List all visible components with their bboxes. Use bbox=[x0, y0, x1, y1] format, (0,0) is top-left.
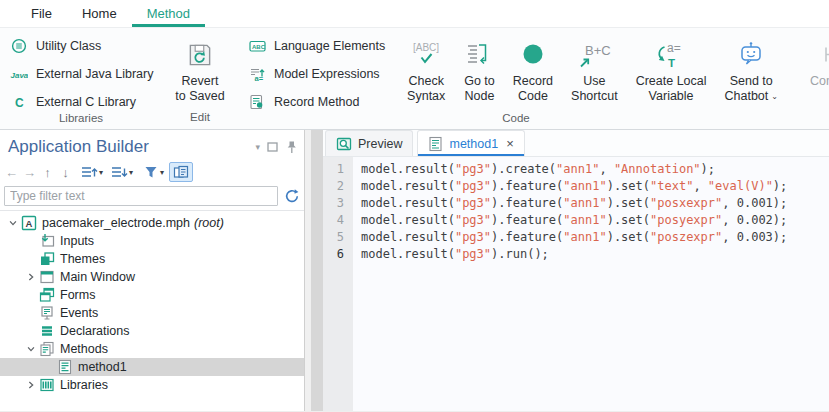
revert-to-saved-icon bbox=[185, 36, 215, 74]
tab-method[interactable]: Method bbox=[132, 0, 205, 27]
panel-splitter[interactable] bbox=[304, 130, 323, 411]
check-syntax-button[interactable]: [ABC] Check Syntax bbox=[399, 36, 453, 104]
tree-item-method1[interactable]: method1 bbox=[0, 358, 304, 376]
chevron-down-icon[interactable]: ▾ bbox=[129, 168, 133, 177]
send-to-chatbot-label-line2: Chatbot bbox=[725, 89, 769, 104]
send-to-chatbot-button[interactable]: Send to Chatbot ⌄ bbox=[718, 36, 785, 104]
tree-item-label: Themes bbox=[60, 252, 105, 266]
line-number: 4 bbox=[323, 212, 344, 229]
filter-funnel-icon[interactable] bbox=[142, 162, 159, 182]
methods-icon bbox=[38, 341, 56, 357]
continue-button[interactable]: Continue bbox=[803, 36, 829, 89]
forward-arrow-icon[interactable]: → bbox=[21, 162, 38, 182]
code-line[interactable]: model.result("pg3").create("ann1", "Anno… bbox=[361, 161, 787, 178]
code-line[interactable]: model.result("pg3").feature("ann1").set(… bbox=[361, 195, 787, 212]
chevron-right-icon[interactable] bbox=[24, 380, 38, 390]
comsol-application-builder-window: File Home Method Utility Class Java bbox=[0, 0, 829, 412]
svg-text:a=: a= bbox=[667, 41, 681, 55]
language-elements-button[interactable]: ABC Language Elements bbox=[247, 36, 385, 55]
tree-item-libraries[interactable]: Libraries bbox=[0, 376, 304, 394]
tree-item-main-window[interactable]: Main Window bbox=[0, 268, 304, 286]
code-lines[interactable]: model.result("pg3").create("ann1", "Anno… bbox=[353, 157, 787, 411]
line-number-gutter: 123456 bbox=[323, 157, 353, 411]
code-editor[interactable]: 123456 model.result("pg3").create("ann1"… bbox=[323, 157, 829, 411]
tree-item-pacemaker-electrode-mph[interactable]: Apacemaker_electrode.mph(root) bbox=[0, 214, 304, 232]
external-c-library-button[interactable]: C External C Library bbox=[9, 92, 153, 111]
code-line[interactable]: model.result("pg3").run(); bbox=[361, 246, 787, 263]
go-to-node-icon bbox=[465, 36, 493, 74]
tree-item-label: Main Window bbox=[60, 270, 135, 284]
tree-item-suffix: (root) bbox=[194, 216, 224, 230]
move-down-arrow-icon[interactable]: ↓ bbox=[57, 162, 74, 182]
record-code-button[interactable]: Record Code bbox=[506, 36, 560, 104]
revert-label-line1: Revert bbox=[175, 74, 224, 89]
chevron-down-icon[interactable] bbox=[6, 218, 20, 228]
code-line[interactable]: model.result("pg3").feature("ann1").set(… bbox=[361, 212, 787, 229]
tree-item-themes[interactable]: Themes bbox=[0, 250, 304, 268]
tree-item-label: Libraries bbox=[60, 378, 108, 392]
panel-chevron-icon[interactable]: ▾ bbox=[255, 142, 260, 152]
svg-text:A: A bbox=[26, 218, 33, 229]
line-number: 6 bbox=[323, 246, 344, 263]
tree-item-methods[interactable]: Methods bbox=[0, 340, 304, 358]
use-shortcut-button[interactable]: B+C Use Shortcut bbox=[564, 36, 625, 104]
inputs-icon bbox=[38, 233, 56, 249]
application-root-icon: A bbox=[20, 215, 38, 231]
go-to-node-label-line2: Node bbox=[464, 89, 495, 104]
preview-icon bbox=[336, 136, 352, 152]
method-doc-icon bbox=[428, 136, 443, 152]
send-to-chatbot-label-line1: Send to bbox=[725, 74, 778, 89]
method-doc-icon bbox=[56, 359, 74, 375]
tab-method1[interactable]: method1 × bbox=[417, 130, 524, 156]
tree-toolbar: ← → ↑ ↓ ▾ ▾ ▾ bbox=[0, 160, 304, 184]
ribbon-group-continue: Continue bbox=[794, 28, 829, 129]
back-arrow-icon[interactable]: ← bbox=[3, 162, 20, 182]
collapse-list-icon[interactable] bbox=[110, 162, 128, 182]
group-label-continue bbox=[794, 122, 829, 129]
external-java-library-button[interactable]: Java External Java Library bbox=[9, 64, 153, 83]
code-line[interactable]: model.result("pg3").feature("ann1").set(… bbox=[361, 178, 787, 195]
check-syntax-label-line2: Syntax bbox=[407, 89, 445, 104]
group-label-code: Code bbox=[238, 111, 794, 130]
chevron-down-icon[interactable]: ▾ bbox=[99, 168, 103, 177]
tree-item-label: Inputs bbox=[60, 234, 94, 248]
tree-item-label: method1 bbox=[78, 360, 127, 374]
expand-list-icon[interactable] bbox=[80, 162, 98, 182]
tab-home[interactable]: Home bbox=[67, 0, 132, 27]
tree-item-forms[interactable]: Forms bbox=[0, 286, 304, 304]
main-window-icon bbox=[38, 269, 56, 285]
pin-panel-icon[interactable] bbox=[285, 140, 298, 154]
svg-text:C: C bbox=[15, 95, 24, 109]
go-to-node-button[interactable]: Go to Node bbox=[457, 36, 502, 104]
utility-class-label: Utility Class bbox=[36, 39, 101, 53]
tree-item-label: Methods bbox=[60, 342, 108, 356]
tree-item-inputs[interactable]: Inputs bbox=[0, 232, 304, 250]
panel-title: Application Builder bbox=[8, 137, 255, 157]
move-up-arrow-icon[interactable]: ↑ bbox=[39, 162, 56, 182]
tree-item-events[interactable]: Events bbox=[0, 304, 304, 322]
check-syntax-icon: [ABC] bbox=[406, 36, 446, 74]
external-java-library-label: External Java Library bbox=[36, 67, 153, 81]
model-tree: Apacemaker_electrode.mph(root)InputsThem… bbox=[0, 210, 304, 411]
chevron-right-icon[interactable] bbox=[24, 272, 38, 282]
tab-preview[interactable]: Preview bbox=[325, 130, 413, 156]
filter-text-input[interactable] bbox=[4, 186, 278, 206]
utility-class-button[interactable]: Utility Class bbox=[9, 36, 153, 55]
tree-item-declarations[interactable]: Declarations bbox=[0, 322, 304, 340]
create-local-variable-button[interactable]: a=T Create Local Variable bbox=[629, 36, 714, 104]
libraries-icon bbox=[38, 377, 56, 393]
c-language-icon: C bbox=[9, 94, 29, 110]
record-method-button[interactable]: Record Method bbox=[247, 92, 385, 111]
model-expressions-button[interactable]: a= Model Expressions bbox=[247, 64, 385, 83]
chevron-down-icon[interactable]: ▾ bbox=[160, 168, 164, 177]
model-expressions-icon: a= bbox=[247, 66, 267, 82]
node-view-toggle-button[interactable] bbox=[169, 162, 193, 182]
tab-file[interactable]: File bbox=[16, 0, 67, 27]
revert-to-saved-button[interactable]: Revert to Saved bbox=[168, 36, 231, 104]
code-line[interactable]: model.result("pg3").feature("ann1").set(… bbox=[361, 229, 787, 246]
float-panel-icon[interactable] bbox=[267, 142, 278, 152]
close-tab-icon[interactable]: × bbox=[506, 136, 514, 151]
refresh-icon[interactable] bbox=[284, 188, 300, 204]
chevron-down-icon[interactable] bbox=[24, 344, 38, 354]
events-icon bbox=[38, 305, 56, 321]
